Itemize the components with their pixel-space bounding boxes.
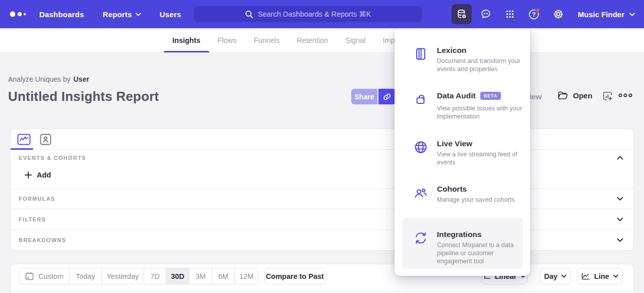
- sync-icon: [414, 231, 428, 245]
- range-yesterday-button[interactable]: Yesterday: [102, 268, 144, 284]
- section-label-formulas: FORMULAS: [19, 196, 55, 202]
- interval-select[interactable]: Day: [540, 268, 571, 284]
- menu-item-integrations[interactable]: Integrations Connect Mixpanel to a data …: [402, 218, 523, 269]
- copy-link-button[interactable]: [378, 89, 396, 104]
- share-button[interactable]: Share: [351, 89, 377, 104]
- chevron-down-icon: [617, 238, 623, 242]
- add-to-dashboard-icon: [602, 91, 613, 102]
- menu-item-live-view[interactable]: Live View View a live streaming feed of …: [402, 139, 523, 166]
- menu-item-lexicon[interactable]: Lexicon Document and transform your even…: [402, 46, 523, 73]
- people-icon: [414, 186, 428, 200]
- help-question-icon: ?: [528, 8, 541, 21]
- open-report-button[interactable]: Open: [557, 90, 592, 100]
- apps-grid-button[interactable]: [500, 4, 520, 24]
- beta-badge: BETA: [480, 92, 501, 100]
- nav-users[interactable]: Users: [160, 10, 181, 19]
- plus-icon: [25, 171, 32, 179]
- range-custom-button[interactable]: Custom: [19, 268, 70, 284]
- book-icon: [414, 47, 428, 61]
- add-to-dashboard-button[interactable]: [602, 91, 613, 102]
- svg-text:?: ?: [532, 11, 536, 18]
- section-label-filters: FILTERS: [19, 216, 46, 222]
- database-gear-icon: [456, 8, 468, 20]
- help-button[interactable]: ?: [524, 4, 544, 24]
- search-placeholder: Search Dashboards & Reports ⌘K: [258, 10, 371, 18]
- analysis-entity[interactable]: User: [74, 75, 89, 83]
- chart-toolbar-panel: Custom Today Yesterday 7D 30D 3M 6M 12M …: [10, 264, 634, 293]
- mixpanel-logo-icon[interactable]: [9, 10, 27, 18]
- gear-icon: [552, 8, 564, 20]
- settings-button[interactable]: [548, 4, 568, 24]
- data-management-dropdown: Lexicon Document and transform your even…: [395, 28, 530, 276]
- user-tab-icon: [40, 134, 51, 145]
- more-options-button[interactable]: [618, 93, 633, 98]
- expand-formulas-button[interactable]: [617, 197, 623, 201]
- add-event-button[interactable]: Add: [25, 171, 51, 179]
- range-6m-button[interactable]: 6M: [212, 268, 235, 284]
- range-today-button[interactable]: Today: [70, 268, 102, 284]
- filters-section[interactable]: FILTERS: [11, 209, 633, 229]
- range-30d-button[interactable]: 30D: [166, 268, 189, 284]
- page-title[interactable]: Untitled Insights Report: [8, 89, 159, 104]
- tab-flows[interactable]: Flows: [209, 28, 245, 52]
- chevron-down-icon: [136, 13, 141, 16]
- data-management-button[interactable]: [452, 4, 472, 24]
- expand-breakdowns-button[interactable]: [617, 238, 623, 242]
- section-label-events: EVENTS & COHORTS: [19, 155, 86, 161]
- tab-insights[interactable]: Insights: [164, 28, 209, 52]
- project-name: Music Finder: [577, 10, 624, 19]
- app-window: Dashboards Reports Users Search Dashboar…: [0, 0, 644, 293]
- breakdowns-section[interactable]: BREAKDOWNS: [11, 229, 633, 250]
- formulas-section[interactable]: FORMULAS: [11, 188, 633, 209]
- chart-type-select[interactable]: Line: [577, 268, 622, 284]
- nav-reports[interactable]: Reports: [103, 10, 141, 19]
- tab-retention[interactable]: Retention: [288, 28, 337, 52]
- users-view-tab[interactable]: [40, 134, 51, 145]
- chevron-up-icon: [617, 156, 623, 160]
- stamp-icon: [414, 92, 428, 106]
- grid-dots-icon: [504, 8, 516, 20]
- collapse-events-button[interactable]: [617, 156, 623, 160]
- line-chart-icon: [581, 272, 590, 280]
- tab-signal[interactable]: Signal: [337, 28, 374, 52]
- chevron-down-icon: [617, 197, 623, 201]
- globe-icon: [414, 140, 428, 154]
- chevron-down-icon: [617, 217, 623, 221]
- search-input[interactable]: Search Dashboards & Reports ⌘K: [194, 6, 422, 22]
- report-tabbar: Insights Flows Funnels Retention Signal …: [0, 28, 644, 53]
- chevron-down-icon: [561, 274, 566, 278]
- ellipsis-icon: [618, 93, 633, 98]
- menu-item-cohorts[interactable]: Cohorts Manage your saved cohorts: [402, 185, 523, 204]
- notification-dot: [536, 9, 540, 13]
- calendar-icon: [25, 271, 34, 281]
- builder-view-tabs: [11, 129, 633, 150]
- link-icon: [382, 92, 392, 101]
- range-3m-button[interactable]: 3M: [189, 268, 212, 284]
- chevron-down-icon: [613, 274, 618, 278]
- metrics-view-tab[interactable]: [17, 134, 31, 145]
- report-subtitle: Analyze Uniques byUser: [8, 75, 89, 83]
- section-label-breakdowns: BREAKDOWNS: [19, 237, 66, 243]
- date-range-segmented-control: Custom Today Yesterday 7D 30D 3M 6M 12M: [19, 268, 259, 284]
- expand-filters-button[interactable]: [617, 217, 623, 221]
- top-navbar: Dashboards Reports Users Search Dashboar…: [0, 0, 644, 28]
- compare-to-past-button[interactable]: Compare to Past: [264, 268, 326, 284]
- nav-dashboards[interactable]: Dashboards: [39, 10, 84, 19]
- feedback-button[interactable]: [476, 4, 496, 24]
- line-chart-tab-icon: [17, 134, 31, 145]
- menu-item-data-audit[interactable]: Data Audit BETA View possible issues wit…: [402, 91, 523, 121]
- folder-icon: [557, 90, 568, 100]
- range-12m-button[interactable]: 12M: [235, 268, 258, 284]
- chevron-down-icon: [629, 13, 635, 16]
- chat-bubble-icon: [480, 8, 492, 20]
- query-builder-panel: EVENTS & COHORTS Add FORMULAS FILTERS BR…: [10, 129, 634, 251]
- events-cohorts-section: EVENTS & COHORTS Add: [11, 150, 633, 188]
- tab-funnels[interactable]: Funnels: [245, 28, 288, 52]
- search-icon: [245, 10, 253, 19]
- project-switcher[interactable]: Music Finder: [577, 0, 635, 28]
- range-7d-button[interactable]: 7D: [144, 268, 166, 284]
